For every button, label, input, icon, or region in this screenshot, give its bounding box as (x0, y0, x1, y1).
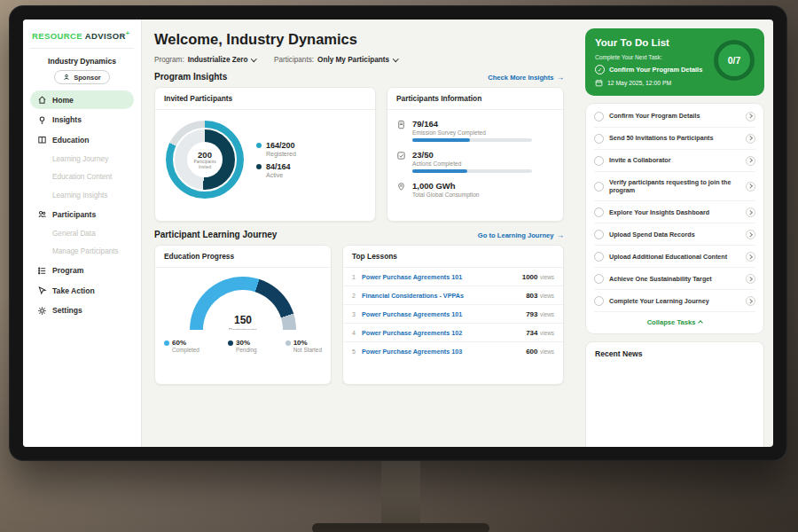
chevron-right-icon[interactable] (746, 112, 755, 121)
lesson-link[interactable]: Power Purchase Agreements 101 (362, 310, 526, 318)
card-title: Invited Participants (155, 88, 375, 110)
sidebar-item-program[interactable]: Program (30, 262, 134, 280)
program-filter-label: Program: (154, 56, 184, 64)
task-label: Upload Spend Data Records (609, 231, 740, 239)
go-to-learning-journey-link[interactable]: Go to Learning Journey→ (478, 231, 564, 239)
task-item[interactable]: Invite a Collaborator (594, 150, 755, 172)
sidebar-item-education[interactable]: Education (30, 130, 134, 149)
monitor-bezel: RESOURCE ADVISOR+ Industry Dynamics Spon… (9, 5, 787, 461)
participants-icon (37, 209, 47, 219)
lesson-link[interactable]: Power Purchase Agreements 102 (362, 329, 526, 337)
recent-news-section[interactable]: Recent News (585, 341, 764, 447)
legend-dot (164, 340, 169, 346)
lesson-link[interactable]: Power Purchase Agreements 101 (362, 273, 522, 281)
sidebar-item-manage-participants[interactable]: Manage Participants (30, 243, 134, 260)
sidebar-item-settings[interactable]: Settings (30, 301, 134, 320)
home-icon (37, 95, 47, 105)
checkbox-icon[interactable] (594, 207, 604, 217)
location-pin-icon (396, 182, 406, 200)
checkbox-icon[interactable] (594, 182, 604, 192)
task-item[interactable]: Send 50 Invitations to Participants (594, 128, 755, 150)
lesson-link[interactable]: Power Purchase Agreements 103 (362, 348, 526, 356)
participants-filter[interactable]: Participants:Only My Participants (274, 56, 398, 64)
chevron-right-icon[interactable] (746, 252, 755, 262)
card-title: Education Progress (155, 246, 331, 268)
progress-track (412, 169, 532, 173)
task-item[interactable]: Complete Your Learning Journey (594, 290, 755, 312)
task-item[interactable]: Explore Your Insights Dashboard (594, 201, 755, 223)
chevron-right-icon[interactable] (746, 296, 755, 306)
views-label: views (540, 348, 554, 355)
sidebar-item-general-data[interactable]: General Data (30, 225, 134, 242)
filter-bar: Program:Industrialize Zero Participants:… (154, 56, 564, 64)
todo-due-label: 12 May 2025, 12:00 PM (607, 80, 671, 86)
task-item[interactable]: Upload Spend Data Records (594, 223, 755, 246)
check-more-insights-link[interactable]: Check More Insights→ (488, 73, 564, 82)
sponsor-badge[interactable]: Sponsor (54, 70, 109, 84)
checkbox-icon[interactable] (594, 252, 604, 262)
invited-participants-donut: 200 Participants Invited (166, 121, 244, 199)
app-logo: RESOURCE ADVISOR+ (30, 28, 134, 49)
sidebar-item-learning-journey[interactable]: Learning Journey (30, 151, 134, 168)
program-insights-cards: Invited Participants 200 Participants In… (154, 87, 564, 222)
legend-dot (256, 143, 262, 148)
checkbox-icon[interactable] (594, 274, 604, 284)
checkbox-icon[interactable] (594, 230, 604, 239)
sidebar-item-learning-insights[interactable]: Learning Insights (30, 187, 134, 204)
views-label: views (540, 274, 554, 280)
chevron-right-icon[interactable] (746, 230, 755, 239)
chevron-right-icon[interactable] (746, 134, 755, 144)
legend-value: 10% (293, 339, 308, 347)
lesson-row: 2 Financial Considerations - VPPAs 803vi… (343, 286, 563, 305)
sidebar-item-participants[interactable]: Participants (30, 205, 134, 223)
sidebar-item-take-action[interactable]: Take Action (30, 281, 134, 300)
chevron-right-icon[interactable] (746, 274, 755, 284)
checkbox-icon[interactable] (594, 156, 604, 166)
stat-value: 23/50 (412, 150, 532, 160)
link-label: Go to Learning Journey (478, 231, 554, 239)
checkbox-icon[interactable] (594, 296, 604, 306)
lesson-row: 1 Power Purchase Agreements 101 1000view… (343, 268, 563, 286)
education-progress-card: Education Progress 150 Participants (154, 245, 332, 385)
arrow-right-icon: → (557, 231, 565, 239)
legend-label: Pending (236, 347, 256, 353)
sidebar-item-insights[interactable]: Insights (30, 111, 134, 129)
stat-label: Emission Survey Completed (412, 129, 532, 136)
legend-item: 30% Pending (228, 339, 256, 353)
stat-label: Total Global Consumption (412, 192, 480, 198)
chevron-right-icon[interactable] (746, 182, 755, 192)
program-filter[interactable]: Program:Industrialize Zero (154, 56, 256, 64)
task-item[interactable]: Confirm Your Program Details (594, 106, 755, 128)
checkbox-icon[interactable] (594, 112, 604, 121)
lesson-row: 4 Power Purchase Agreements 102 734views (343, 324, 563, 342)
chevron-right-icon[interactable] (746, 156, 755, 166)
learning-journey-header: Participant Learning Journey Go to Learn… (154, 230, 564, 239)
legend-label: Active (266, 172, 296, 178)
sidebar-item-home[interactable]: Home (30, 90, 134, 109)
sidebar-item-label: Insights (52, 115, 82, 124)
participants-filter-value: Only My Participants (317, 56, 389, 64)
todo-task-list: Confirm Your Program Details Send 50 Inv… (585, 103, 764, 334)
lesson-views: 600 (526, 348, 537, 356)
sidebar-item-education-content[interactable]: Education Content (30, 168, 134, 185)
program-icon (37, 266, 47, 276)
card-title: Top Lessons (343, 246, 563, 268)
task-item[interactable]: Upload Additional Educational Content (594, 246, 755, 268)
lesson-row: 3 Power Purchase Agreements 101 793views (343, 305, 563, 324)
sidebar: RESOURCE ADVISOR+ Industry Dynamics Spon… (23, 20, 142, 447)
lesson-link[interactable]: Financial Considerations - VPPAs (362, 292, 526, 300)
sidebar-item-label: Take Action (52, 286, 95, 295)
task-item[interactable]: Achieve One Sustainability Target (594, 268, 755, 290)
main-content: Welcome, Industry Dynamics Program:Indus… (142, 20, 576, 447)
gauge-center-value: 150 (190, 314, 296, 326)
chevron-right-icon[interactable] (746, 207, 755, 217)
checkbox-icon[interactable] (594, 134, 604, 144)
task-item[interactable]: Verify participants requesting to join t… (594, 172, 755, 201)
monitor-stand-base (312, 523, 489, 532)
lesson-views: 803 (526, 292, 537, 300)
collapse-tasks-link[interactable]: Collapse Tasks (594, 312, 755, 332)
stat-label: Actions Completed (412, 160, 532, 167)
gauge-legend: 60% Completed 30% Pending 10% Not Starte… (155, 330, 331, 353)
todo-progress-value: 0/7 (728, 55, 741, 66)
legend-value: 164/200 (266, 141, 295, 150)
